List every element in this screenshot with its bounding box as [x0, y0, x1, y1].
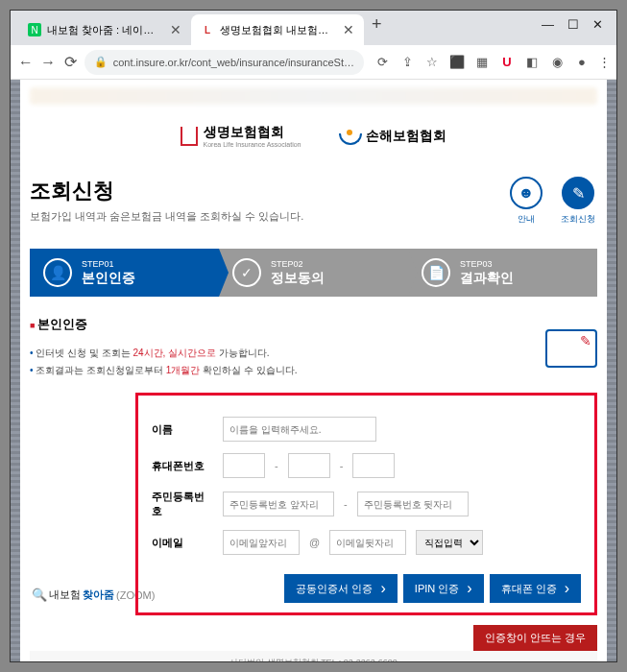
- logo-mark-icon: [181, 127, 198, 146]
- browser-titlebar: N 내보험 찾아줌 : 네이버 통합검색 ✕ L 생명보험협회 내보험찾아줌 -…: [11, 11, 616, 45]
- phone-auth-button[interactable]: 휴대폰 인증: [490, 574, 581, 603]
- close-icon[interactable]: ✕: [592, 17, 603, 32]
- address-bar: ← → ⟳ 🔒 cont.insure.or.kr/cont_web/insur…: [11, 45, 616, 80]
- forward-button[interactable]: →: [39, 50, 59, 75]
- email-front-input[interactable]: [223, 530, 300, 555]
- check-icon: ✓: [232, 258, 261, 287]
- step-1: 👤 STEP01본인인증: [30, 249, 219, 297]
- reload-button[interactable]: ⟳: [61, 50, 81, 75]
- step-name: 본인인증: [82, 270, 135, 285]
- ipin-auth-button[interactable]: IPIN 인증: [403, 574, 484, 603]
- name-label: 이름: [152, 422, 213, 437]
- phone-input-2[interactable]: [288, 453, 330, 478]
- page-subtitle: 보험가입 내역과 숨은보험금 내역을 조회하실 수 있습니다.: [30, 209, 303, 224]
- browser-tab-insure[interactable]: L 생명보험협회 내보험찾아줌 - 조 ✕: [191, 14, 364, 45]
- extension-icon[interactable]: ▦: [473, 54, 491, 71]
- step-code: STEP02: [271, 259, 325, 269]
- step-2: ✓ STEP02정보동의: [219, 249, 408, 297]
- note-item: 조회결과는 조회신청일로부터 1개월간 확인하실 수 있습니다.: [30, 362, 597, 379]
- share-icon[interactable]: ⇪: [398, 54, 416, 71]
- extension-icon[interactable]: ◧: [523, 54, 541, 71]
- step-name: 결과확인: [460, 270, 514, 285]
- bookmark-icon[interactable]: ☆: [423, 54, 441, 71]
- apply-button[interactable]: ✎ 조회신청: [559, 177, 597, 226]
- email-label: 이메일: [152, 536, 213, 550]
- url-input[interactable]: 🔒 cont.insure.or.kr/cont_web/insurance/i…: [84, 50, 364, 75]
- button-label: 안내: [518, 213, 535, 226]
- section-title: 본인인증: [30, 310, 597, 339]
- logo-name: 손해보험협회: [366, 128, 446, 145]
- avatar-icon[interactable]: ●: [573, 54, 591, 71]
- minimize-icon[interactable]: —: [542, 17, 554, 32]
- footer-text: 사단법인 생명보험협회 TEL : 02-2262-6600: [30, 651, 597, 661]
- email-back-input[interactable]: [329, 530, 406, 555]
- back-button[interactable]: ←: [16, 50, 36, 75]
- naver-favicon-icon: N: [28, 23, 41, 36]
- page-title: 조회신청: [30, 177, 303, 205]
- phone-input-1[interactable]: [223, 453, 265, 478]
- logo-name: 생명보험협회: [204, 124, 284, 139]
- note-item: 인터넷 신청 및 조회는 24시간, 실시간으로 가능합니다.: [30, 345, 597, 362]
- translate-icon[interactable]: ⟳: [374, 54, 391, 71]
- extension-icon[interactable]: ⬛: [448, 54, 466, 71]
- tab-title: 생명보험협회 내보험찾아줌 - 조: [220, 23, 337, 37]
- rrn-back-input[interactable]: [357, 492, 469, 516]
- speech-icon: ☻: [510, 177, 543, 209]
- step-name: 정보동의: [271, 270, 325, 285]
- edit-icon: ✎: [562, 177, 594, 209]
- browser-tab-naver[interactable]: N 내보험 찾아줌 : 네이버 통합검색 ✕: [18, 14, 191, 45]
- maximize-icon[interactable]: ☐: [567, 17, 579, 32]
- monitor-pen-icon: [545, 329, 597, 368]
- phone-label: 휴대폰번호: [152, 459, 213, 473]
- guide-button[interactable]: ☻ 안내: [507, 177, 545, 226]
- dash-sep: -: [275, 460, 278, 471]
- step-code: STEP03: [460, 259, 514, 269]
- document-icon: 📄: [422, 258, 450, 287]
- general-insurance-logo[interactable]: 손해보험협회: [339, 126, 446, 147]
- decorative-strip: [607, 80, 616, 661]
- menu-icon[interactable]: ⋮: [598, 54, 611, 71]
- lock-icon: 🔒: [94, 56, 108, 68]
- new-tab-button[interactable]: +: [364, 14, 390, 45]
- decorative-strip: [11, 80, 20, 661]
- rrn-front-input[interactable]: [223, 492, 334, 516]
- blurred-content: [30, 87, 597, 105]
- logo-subtext: Korea Life Insurance Association: [204, 141, 301, 148]
- life-insurance-logo[interactable]: 생명보험협회 Korea Life Insurance Association: [181, 124, 301, 148]
- uplus-icon[interactable]: U: [498, 54, 516, 71]
- cert-auth-button[interactable]: 공동인증서 인증: [284, 574, 397, 603]
- identity-form: 이름 휴대폰번호 - - 주민등록번호 -: [135, 393, 597, 615]
- insure-favicon-icon: L: [201, 23, 214, 36]
- close-icon[interactable]: ✕: [170, 22, 181, 37]
- phone-input-3[interactable]: [352, 453, 395, 478]
- name-input[interactable]: [223, 417, 376, 442]
- step-code: STEP01: [82, 259, 135, 269]
- rrn-label: 주민등록번호: [152, 490, 213, 518]
- person-icon: 👤: [43, 258, 72, 287]
- email-domain-select[interactable]: 직접입력: [416, 530, 483, 555]
- notes-list: 인터넷 신청 및 조회는 24시간, 실시간으로 가능합니다. 조회결과는 조회…: [30, 339, 597, 393]
- at-sep: @: [309, 537, 320, 548]
- step-3: 📄 STEP03결과확인: [408, 249, 597, 297]
- magnifier-icon: 🔍: [32, 588, 47, 602]
- url-text: cont.insure.or.kr/cont_web/insurance/ins…: [113, 57, 354, 68]
- tab-title: 내보험 찾아줌 : 네이버 통합검색: [47, 23, 164, 37]
- close-icon[interactable]: ✕: [343, 22, 354, 37]
- logo-mark-icon: [339, 126, 360, 147]
- dash-sep: -: [340, 460, 344, 471]
- step-indicator: 👤 STEP01본인인증 ✓ STEP02정보동의 📄 STEP03결과확인: [30, 249, 597, 297]
- popup-help-button[interactable]: 인증창이 안뜨는 경우: [473, 625, 597, 651]
- extension-icon[interactable]: ◉: [548, 54, 566, 71]
- button-label: 조회신청: [561, 213, 595, 226]
- dash-sep: -: [344, 498, 348, 510]
